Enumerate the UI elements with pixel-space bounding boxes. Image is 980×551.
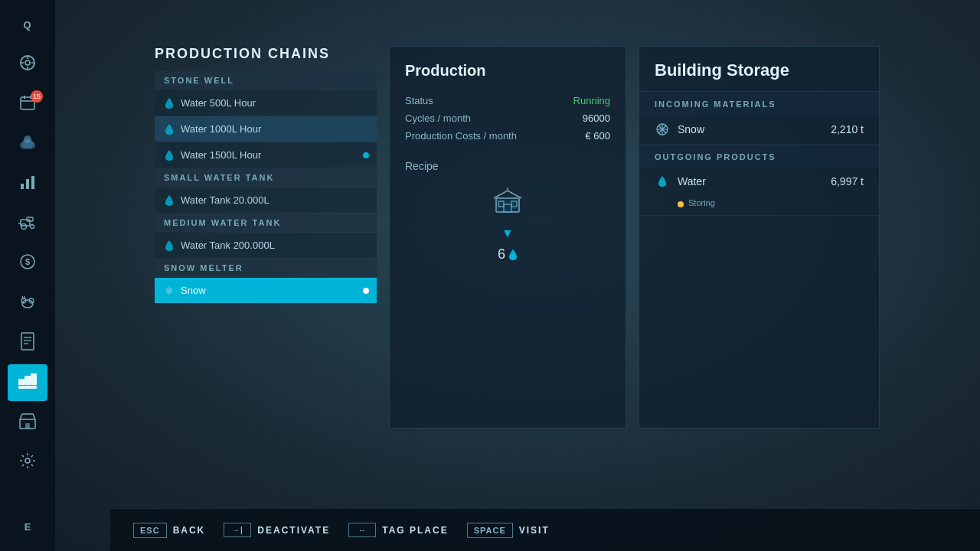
- tank20-icon: [164, 195, 175, 206]
- production-panel: Production Status Running Cycles / month…: [389, 46, 626, 429]
- water-status-dot: [678, 201, 684, 207]
- costs-value: € 600: [585, 130, 610, 142]
- storage-item-water: Water 6,997 t Storing: [639, 168, 879, 216]
- store-icon: [18, 412, 37, 433]
- water1000-icon: [164, 124, 175, 135]
- sidebar: Q 15 $: [0, 0, 55, 551]
- water500-icon: [164, 98, 175, 109]
- group-header-small-tank: SMALL WATER TANK: [155, 168, 377, 187]
- chain-item-water1500[interactable]: Water 1500L Hour: [155, 142, 377, 168]
- water1500-dot: [363, 152, 369, 158]
- chain-item-tank200-label: Water Tank 200.000L: [181, 240, 275, 251]
- outgoing-products-header: OUTGOING PRODUCTS: [639, 145, 879, 168]
- stats-icon: [19, 174, 36, 194]
- svg-rect-36: [18, 386, 37, 389]
- sidebar-item-money[interactable]: $: [8, 245, 47, 282]
- sidebar-item-stats[interactable]: [8, 165, 47, 202]
- visit-key[interactable]: SPACE: [467, 523, 513, 538]
- svg-rect-35: [31, 373, 37, 385]
- weather-icon: [18, 135, 37, 154]
- snow-material-amount: 2,210 t: [831, 123, 864, 135]
- svg-rect-15: [26, 179, 29, 189]
- contracts-icon: [20, 332, 35, 354]
- sidebar-item-animals[interactable]: [8, 285, 47, 321]
- cycles-label: Cycles / month: [405, 112, 471, 124]
- chain-item-snow-label: Snow: [181, 285, 206, 296]
- chain-item-water1000[interactable]: Water 1000L Hour: [155, 116, 377, 142]
- svg-point-20: [31, 224, 34, 228]
- sidebar-item-settings[interactable]: [8, 444, 47, 481]
- sidebar-item-tractor[interactable]: [8, 205, 47, 242]
- sidebar-item-weather[interactable]: [8, 126, 47, 162]
- tagplace-key[interactable]: ↔: [348, 523, 376, 537]
- back-label: BACK: [173, 525, 206, 536]
- sidebar-item-calendar[interactable]: 15: [8, 86, 47, 122]
- chain-item-tank200[interactable]: Water Tank 200.000L: [155, 233, 377, 258]
- building-storage-title: Building Storage: [639, 47, 879, 92]
- svg-rect-16: [31, 176, 34, 189]
- visit-label: VISIT: [519, 525, 550, 536]
- animals-icon: [18, 294, 37, 313]
- key-binding-visit: SPACE VISIT: [467, 523, 550, 538]
- production-title: Production: [405, 62, 610, 80]
- group-header-stone-well: STONE WELL: [155, 71, 377, 90]
- chain-item-water1500-label: Water 1500L Hour: [181, 149, 261, 161]
- settings-icon: [18, 452, 37, 474]
- production-stat-status: Status Running: [405, 95, 610, 106]
- production-stat-cycles: Cycles / month 96000: [405, 112, 610, 124]
- svg-rect-43: [511, 201, 517, 207]
- chain-item-water500[interactable]: Water 500L Hour: [155, 90, 377, 116]
- svg-point-39: [25, 458, 30, 463]
- svg-text:$: $: [25, 257, 30, 266]
- chain-item-tank20[interactable]: Water Tank 20.000L: [155, 187, 377, 213]
- snow-material-name: Snow: [678, 123, 823, 135]
- cycles-value: 96000: [583, 112, 610, 124]
- recipe-visual: ▼ 6: [405, 187, 610, 262]
- panels-area: PRODUCTION CHAINS STONE WELL Water 500L …: [55, 0, 980, 551]
- sidebar-item-contracts[interactable]: [8, 324, 47, 361]
- group-header-snow-melter: SNOW MELTER: [155, 259, 377, 277]
- production-chains-title: PRODUCTION CHAINS: [155, 46, 377, 62]
- storage-panel: Building Storage INCOMING MATERIALS Snow…: [639, 46, 880, 429]
- water-product-name: Water: [678, 175, 823, 187]
- tagplace-label: TAG PLACE: [382, 525, 448, 536]
- q-icon: Q: [23, 19, 31, 31]
- chain-item-water1000-label: Water 1000L Hour: [181, 123, 261, 135]
- water-product-icon: [655, 175, 670, 187]
- svg-rect-38: [25, 423, 30, 429]
- sidebar-item-e[interactable]: E: [8, 508, 47, 545]
- svg-rect-14: [21, 184, 24, 189]
- snow-icon: ❄: [164, 285, 175, 296]
- deactivate-key[interactable]: →|: [224, 523, 251, 537]
- svg-point-1: [25, 60, 30, 65]
- svg-rect-34: [24, 376, 31, 385]
- recipe-section: Recipe ▼: [405, 160, 610, 262]
- storage-item-snow: Snow 2,210 t: [639, 115, 879, 145]
- svg-rect-33: [18, 379, 24, 385]
- sidebar-item-q[interactable]: Q: [8, 6, 47, 43]
- water1500-icon: [164, 150, 175, 161]
- calendar-badge: 15: [31, 90, 43, 103]
- chain-item-snow[interactable]: ❄ Snow: [155, 278, 377, 303]
- main-content: PRODUCTION CHAINS STONE WELL Water 500L …: [55, 0, 980, 551]
- snow-material-icon: [655, 122, 670, 136]
- deactivate-label: DEACTIVATE: [257, 525, 330, 536]
- key-binding-tagplace: ↔ TAG PLACE: [348, 523, 448, 537]
- svg-rect-42: [498, 201, 504, 207]
- money-icon: $: [19, 253, 36, 274]
- tractor-icon: [18, 214, 38, 233]
- snow-dot: [363, 288, 369, 294]
- water-status-label: Storing: [688, 198, 715, 207]
- sidebar-item-wheel[interactable]: [8, 46, 47, 83]
- recipe-number: 6: [498, 246, 505, 262]
- svg-rect-29: [21, 333, 34, 350]
- sidebar-item-production[interactable]: [8, 364, 47, 401]
- recipe-arrow-icon: ▼: [501, 227, 514, 240]
- water-product-amount: 6,997 t: [831, 175, 864, 187]
- production-icon: [18, 373, 38, 393]
- status-value: Running: [573, 95, 610, 106]
- incoming-materials-header: INCOMING MATERIALS: [639, 92, 879, 115]
- key-binding-back: ESC BACK: [133, 523, 205, 538]
- sidebar-item-store[interactable]: [8, 404, 47, 441]
- esc-key[interactable]: ESC: [133, 523, 167, 538]
